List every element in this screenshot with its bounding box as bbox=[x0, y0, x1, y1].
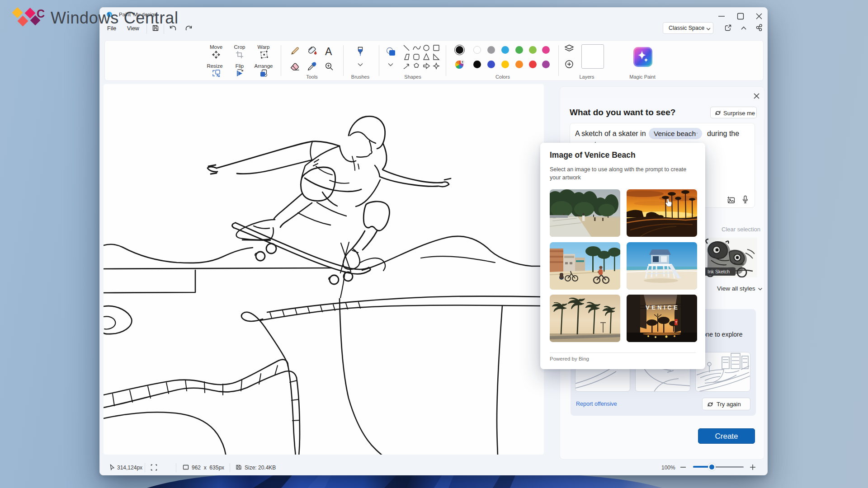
svg-text:VENICE: VENICE bbox=[646, 304, 679, 311]
svg-text:C: C bbox=[37, 7, 45, 20]
svg-text:T: T bbox=[675, 320, 678, 324]
